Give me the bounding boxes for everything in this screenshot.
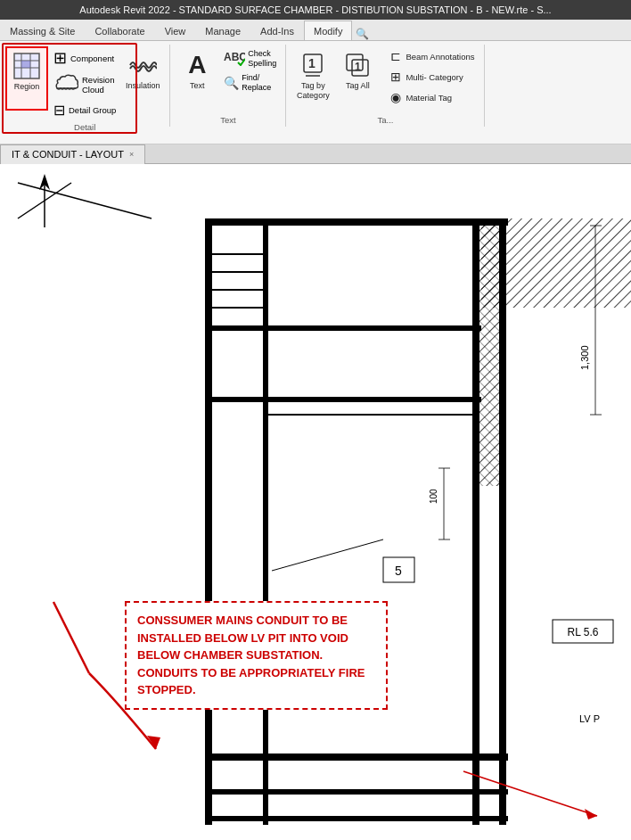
svg-rect-30 [205,789,508,795]
region-label: Region [14,82,40,92]
detail-buttons: Region ⊞ Component [5,46,164,120]
svg-text:RL 5.6: RL 5.6 [568,626,599,638]
check-spelling-label: CheckSpelling [248,49,276,69]
detail-group-button[interactable]: ⊟ Detail Group [50,100,119,120]
multi-category-icon: ⊞ [389,70,403,84]
svg-rect-21 [499,218,506,825]
insulation-label: Insulation [126,81,160,91]
svg-text:1: 1 [355,61,361,73]
tab-addins[interactable]: Add-Ins [250,21,304,40]
check-spelling-icon: ABC [224,48,245,69]
tag-buttons: 1 Tag by Category 1 Tag All [291,46,479,113]
svg-text:LV P: LV P [579,713,600,724]
ribbon-group-detail: Region ⊞ Component [0,45,170,127]
component-icon: ⊞ [53,48,67,68]
find-replace-button[interactable]: 🔍 Find/Replace [220,71,280,95]
text-button[interactable]: A Text [176,46,218,111]
tag-by-category-label: Tag by Category [294,81,332,101]
svg-text:ABC: ABC [224,51,245,63]
material-tag-label: Material Tag [406,93,452,103]
text-icon: A [183,51,211,79]
title-text: Autodesk Revit 2022 - STANDARD SURFACE C… [79,4,551,15]
beam-annotations-label: Beam Annotations [406,52,474,62]
svg-text:5: 5 [395,564,402,578]
detail-region-button[interactable]: Region [5,46,48,111]
insulation-icon [128,51,157,79]
view-tab-label: IT & CONDUIT - LAYOUT [12,149,124,160]
annotation-box: CONSSUMER MAINS CONDUIT TO BE INSTALLED … [125,601,388,710]
find-replace-icon: 🔍 [224,76,239,90]
detail-group-label-bottom: Detail [74,120,95,132]
ribbon-content: Region ⊞ Component [0,41,631,130]
tag-all-button[interactable]: 1 Tag All [336,46,379,111]
svg-rect-5 [21,61,30,68]
drawing-svg-main: 1,300 100 5 RL 5.6 LV P [0,164,631,840]
detail-group-label: Detail Group [69,105,116,115]
detail-group-icon: ⊟ [53,102,65,119]
svg-text:100: 100 [429,489,438,504]
text-buttons: A Text ABC CheckSpelling � [176,46,280,113]
search-icon[interactable]: 🔍 [356,28,369,40]
tab-massing-site[interactable]: Massing & Site [0,21,85,40]
material-tag-button[interactable]: ◉ Material Tag [384,87,479,107]
ribbon-group-tag: 1 Tag by Category 1 Tag All [286,45,485,127]
text-group-label: Text [220,113,235,125]
svg-rect-18 [205,218,212,825]
ribbon-tabs: Massing & Site Collaborate View Manage A… [0,20,631,41]
svg-rect-38 [481,218,631,308]
tab-manage[interactable]: Manage [195,21,250,40]
component-button[interactable]: ⊞ Component [50,46,119,70]
tab-collaborate[interactable]: Collaborate [85,21,154,40]
revision-cloud-button[interactable]: RevisionCloud [50,70,119,99]
beam-annotations-icon: ⊏ [389,49,403,63]
close-tab-button[interactable]: × [129,150,134,159]
beam-annotations-button[interactable]: ⊏ Beam Annotations [384,46,479,66]
svg-rect-20 [472,218,479,825]
view-tabs: IT & CONDUIT - LAYOUT × [0,144,631,164]
tag-right-buttons: ⊏ Beam Annotations ⊞ Multi- Category ◉ M… [384,46,479,107]
revision-cloud-label: RevisionCloud [82,75,114,95]
title-bar: Autodesk Revit 2022 - STANDARD SURFACE C… [0,0,631,20]
annotation-text: CONSSUMER MAINS CONDUIT TO BE INSTALLED … [137,614,365,696]
tag-all-label: Tag All [346,81,370,91]
tag-by-category-button[interactable]: 1 Tag by Category [291,46,334,111]
insulation-button[interactable]: Insulation [121,46,164,111]
svg-text:1,300: 1,300 [579,345,590,370]
check-spelling-button[interactable]: ABC CheckSpelling [220,46,280,70]
svg-rect-23 [205,325,481,331]
drawing-area: 1,300 100 5 RL 5.6 LV P CON [0,164,631,840]
tab-view[interactable]: View [155,21,196,40]
multi-category-label: Multi- Category [406,72,463,82]
tag-all-icon: 1 [343,51,372,79]
revision-cloud-icon [53,72,78,97]
tag-by-category-icon: 1 [299,51,327,79]
svg-text:1: 1 [308,56,316,70]
svg-rect-22 [205,218,508,226]
detail-right-col: ⊞ Component RevisionCloud ⊟ [50,46,119,120]
tag-group-label: Ta... [377,113,393,125]
material-tag-icon: ◉ [389,90,403,104]
region-icon [12,52,41,80]
svg-rect-31 [205,816,508,821]
ribbon-group-text: A Text ABC CheckSpelling � [170,45,286,127]
ribbon: Massing & Site Collaborate View Manage A… [0,20,631,144]
component-label: Component [70,54,114,63]
find-replace-label: Find/Replace [242,73,271,93]
svg-rect-24 [205,397,481,402]
view-tab-conduit[interactable]: IT & CONDUIT - LAYOUT × [0,144,145,164]
svg-rect-29 [205,754,508,761]
tab-modify[interactable]: Modify [304,21,352,40]
text-right-col: ABC CheckSpelling 🔍 Find/Replace [220,46,280,95]
multi-category-button[interactable]: ⊞ Multi- Category [384,67,479,86]
text-label: Text [190,81,205,91]
